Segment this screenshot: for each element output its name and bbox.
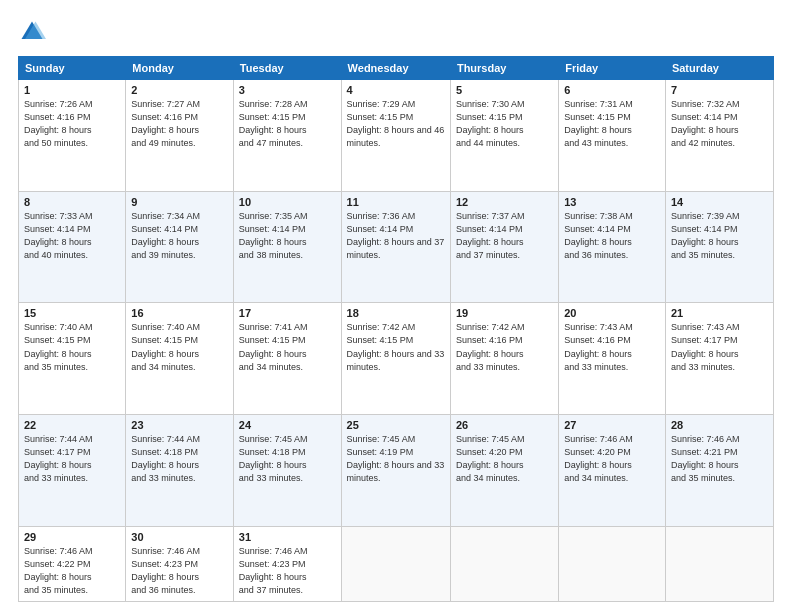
calendar-cell: 30Sunrise: 7:46 AMSunset: 4:23 PMDayligh… — [126, 526, 234, 601]
day-number: 10 — [239, 196, 336, 208]
day-number: 3 — [239, 84, 336, 96]
day-number: 9 — [131, 196, 228, 208]
calendar-cell: 29Sunrise: 7:46 AMSunset: 4:22 PMDayligh… — [19, 526, 126, 601]
calendar-week-row: 22Sunrise: 7:44 AMSunset: 4:17 PMDayligh… — [19, 415, 774, 527]
day-number: 31 — [239, 531, 336, 543]
calendar-table: SundayMondayTuesdayWednesdayThursdayFrid… — [18, 56, 774, 602]
day-number: 24 — [239, 419, 336, 431]
day-number: 5 — [456, 84, 553, 96]
day-number: 29 — [24, 531, 120, 543]
calendar-cell: 7Sunrise: 7:32 AMSunset: 4:14 PMDaylight… — [665, 80, 773, 192]
day-number: 11 — [347, 196, 445, 208]
calendar-cell: 16Sunrise: 7:40 AMSunset: 4:15 PMDayligh… — [126, 303, 234, 415]
day-info: Sunrise: 7:35 AMSunset: 4:14 PMDaylight:… — [239, 210, 336, 262]
calendar-cell: 21Sunrise: 7:43 AMSunset: 4:17 PMDayligh… — [665, 303, 773, 415]
day-info: Sunrise: 7:28 AMSunset: 4:15 PMDaylight:… — [239, 98, 336, 150]
day-info: Sunrise: 7:38 AMSunset: 4:14 PMDaylight:… — [564, 210, 660, 262]
logo — [18, 18, 50, 46]
calendar-cell: 27Sunrise: 7:46 AMSunset: 4:20 PMDayligh… — [559, 415, 666, 527]
day-info: Sunrise: 7:32 AMSunset: 4:14 PMDaylight:… — [671, 98, 768, 150]
day-number: 12 — [456, 196, 553, 208]
calendar-cell: 31Sunrise: 7:46 AMSunset: 4:23 PMDayligh… — [233, 526, 341, 601]
header — [18, 18, 774, 46]
day-info: Sunrise: 7:39 AMSunset: 4:14 PMDaylight:… — [671, 210, 768, 262]
day-number: 6 — [564, 84, 660, 96]
day-number: 7 — [671, 84, 768, 96]
logo-icon — [18, 18, 46, 46]
day-number: 15 — [24, 307, 120, 319]
day-info: Sunrise: 7:43 AMSunset: 4:16 PMDaylight:… — [564, 321, 660, 373]
calendar-cell: 2Sunrise: 7:27 AMSunset: 4:16 PMDaylight… — [126, 80, 234, 192]
weekday-header: Thursday — [450, 57, 558, 80]
calendar-cell: 28Sunrise: 7:46 AMSunset: 4:21 PMDayligh… — [665, 415, 773, 527]
calendar-cell — [450, 526, 558, 601]
day-info: Sunrise: 7:43 AMSunset: 4:17 PMDaylight:… — [671, 321, 768, 373]
calendar-cell: 19Sunrise: 7:42 AMSunset: 4:16 PMDayligh… — [450, 303, 558, 415]
day-number: 25 — [347, 419, 445, 431]
calendar-week-row: 29Sunrise: 7:46 AMSunset: 4:22 PMDayligh… — [19, 526, 774, 601]
weekday-header-row: SundayMondayTuesdayWednesdayThursdayFrid… — [19, 57, 774, 80]
calendar-week-row: 8Sunrise: 7:33 AMSunset: 4:14 PMDaylight… — [19, 191, 774, 303]
calendar-cell: 4Sunrise: 7:29 AMSunset: 4:15 PMDaylight… — [341, 80, 450, 192]
calendar-cell: 15Sunrise: 7:40 AMSunset: 4:15 PMDayligh… — [19, 303, 126, 415]
calendar-cell: 3Sunrise: 7:28 AMSunset: 4:15 PMDaylight… — [233, 80, 341, 192]
day-info: Sunrise: 7:42 AMSunset: 4:15 PMDaylight:… — [347, 321, 445, 373]
day-number: 18 — [347, 307, 445, 319]
day-info: Sunrise: 7:34 AMSunset: 4:14 PMDaylight:… — [131, 210, 228, 262]
day-info: Sunrise: 7:40 AMSunset: 4:15 PMDaylight:… — [24, 321, 120, 373]
day-number: 4 — [347, 84, 445, 96]
day-number: 14 — [671, 196, 768, 208]
day-number: 26 — [456, 419, 553, 431]
day-number: 8 — [24, 196, 120, 208]
calendar-cell: 26Sunrise: 7:45 AMSunset: 4:20 PMDayligh… — [450, 415, 558, 527]
day-info: Sunrise: 7:40 AMSunset: 4:15 PMDaylight:… — [131, 321, 228, 373]
day-info: Sunrise: 7:31 AMSunset: 4:15 PMDaylight:… — [564, 98, 660, 150]
calendar-cell: 22Sunrise: 7:44 AMSunset: 4:17 PMDayligh… — [19, 415, 126, 527]
day-number: 16 — [131, 307, 228, 319]
calendar-week-row: 1Sunrise: 7:26 AMSunset: 4:16 PMDaylight… — [19, 80, 774, 192]
day-number: 1 — [24, 84, 120, 96]
calendar-cell: 20Sunrise: 7:43 AMSunset: 4:16 PMDayligh… — [559, 303, 666, 415]
day-info: Sunrise: 7:44 AMSunset: 4:17 PMDaylight:… — [24, 433, 120, 485]
calendar-cell: 11Sunrise: 7:36 AMSunset: 4:14 PMDayligh… — [341, 191, 450, 303]
calendar-cell: 5Sunrise: 7:30 AMSunset: 4:15 PMDaylight… — [450, 80, 558, 192]
day-number: 2 — [131, 84, 228, 96]
day-info: Sunrise: 7:42 AMSunset: 4:16 PMDaylight:… — [456, 321, 553, 373]
day-number: 30 — [131, 531, 228, 543]
weekday-header: Wednesday — [341, 57, 450, 80]
day-number: 20 — [564, 307, 660, 319]
day-info: Sunrise: 7:29 AMSunset: 4:15 PMDaylight:… — [347, 98, 445, 150]
calendar-cell: 9Sunrise: 7:34 AMSunset: 4:14 PMDaylight… — [126, 191, 234, 303]
day-info: Sunrise: 7:33 AMSunset: 4:14 PMDaylight:… — [24, 210, 120, 262]
page: SundayMondayTuesdayWednesdayThursdayFrid… — [0, 0, 792, 612]
day-info: Sunrise: 7:46 AMSunset: 4:22 PMDaylight:… — [24, 545, 120, 597]
calendar-cell: 10Sunrise: 7:35 AMSunset: 4:14 PMDayligh… — [233, 191, 341, 303]
calendar-cell — [341, 526, 450, 601]
calendar-cell: 6Sunrise: 7:31 AMSunset: 4:15 PMDaylight… — [559, 80, 666, 192]
day-info: Sunrise: 7:30 AMSunset: 4:15 PMDaylight:… — [456, 98, 553, 150]
day-info: Sunrise: 7:36 AMSunset: 4:14 PMDaylight:… — [347, 210, 445, 262]
day-info: Sunrise: 7:37 AMSunset: 4:14 PMDaylight:… — [456, 210, 553, 262]
weekday-header: Tuesday — [233, 57, 341, 80]
day-info: Sunrise: 7:44 AMSunset: 4:18 PMDaylight:… — [131, 433, 228, 485]
calendar-cell — [665, 526, 773, 601]
day-info: Sunrise: 7:46 AMSunset: 4:20 PMDaylight:… — [564, 433, 660, 485]
calendar-cell: 8Sunrise: 7:33 AMSunset: 4:14 PMDaylight… — [19, 191, 126, 303]
weekday-header: Saturday — [665, 57, 773, 80]
calendar-cell: 12Sunrise: 7:37 AMSunset: 4:14 PMDayligh… — [450, 191, 558, 303]
calendar-body: 1Sunrise: 7:26 AMSunset: 4:16 PMDaylight… — [19, 80, 774, 602]
day-info: Sunrise: 7:46 AMSunset: 4:21 PMDaylight:… — [671, 433, 768, 485]
day-info: Sunrise: 7:45 AMSunset: 4:18 PMDaylight:… — [239, 433, 336, 485]
calendar-cell: 13Sunrise: 7:38 AMSunset: 4:14 PMDayligh… — [559, 191, 666, 303]
calendar-cell: 17Sunrise: 7:41 AMSunset: 4:15 PMDayligh… — [233, 303, 341, 415]
calendar-week-row: 15Sunrise: 7:40 AMSunset: 4:15 PMDayligh… — [19, 303, 774, 415]
calendar-cell: 18Sunrise: 7:42 AMSunset: 4:15 PMDayligh… — [341, 303, 450, 415]
day-number: 13 — [564, 196, 660, 208]
calendar-cell: 25Sunrise: 7:45 AMSunset: 4:19 PMDayligh… — [341, 415, 450, 527]
calendar-cell: 1Sunrise: 7:26 AMSunset: 4:16 PMDaylight… — [19, 80, 126, 192]
day-number: 23 — [131, 419, 228, 431]
day-number: 19 — [456, 307, 553, 319]
day-info: Sunrise: 7:27 AMSunset: 4:16 PMDaylight:… — [131, 98, 228, 150]
weekday-header: Monday — [126, 57, 234, 80]
day-info: Sunrise: 7:41 AMSunset: 4:15 PMDaylight:… — [239, 321, 336, 373]
